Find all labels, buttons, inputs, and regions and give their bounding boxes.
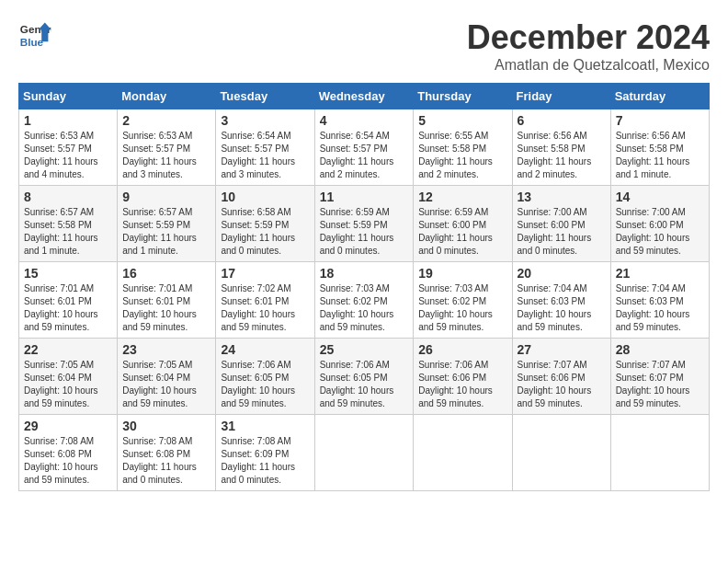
month-title: December 2024 <box>467 18 710 57</box>
calendar-week-4: 22Sunrise: 7:05 AMSunset: 6:04 PMDayligh… <box>19 339 710 415</box>
col-thursday: Thursday <box>414 84 512 109</box>
calendar-cell-7: 7Sunrise: 6:56 AMSunset: 5:58 PMDaylight… <box>610 109 709 186</box>
calendar-cell-18: 18Sunrise: 7:03 AMSunset: 6:02 PMDayligh… <box>314 262 414 339</box>
calendar-cell-19: 19Sunrise: 7:03 AMSunset: 6:02 PMDayligh… <box>414 262 512 339</box>
calendar-cell-14: 14Sunrise: 7:00 AMSunset: 6:00 PMDayligh… <box>610 186 709 262</box>
calendar-cell-27: 27Sunrise: 7:07 AMSunset: 6:06 PMDayligh… <box>512 339 610 415</box>
calendar-cell-empty <box>512 415 610 491</box>
calendar-cell-15: 15Sunrise: 7:01 AMSunset: 6:01 PMDayligh… <box>19 262 118 339</box>
calendar-cell-9: 9Sunrise: 6:57 AMSunset: 5:59 PMDaylight… <box>118 186 216 262</box>
calendar-cell-20: 20Sunrise: 7:04 AMSunset: 6:03 PMDayligh… <box>512 262 610 339</box>
calendar-cell-1: 1Sunrise: 6:53 AMSunset: 5:57 PMDaylight… <box>19 109 118 186</box>
col-sunday: Sunday <box>19 84 118 109</box>
calendar-cell-12: 12Sunrise: 6:59 AMSunset: 6:00 PMDayligh… <box>414 186 512 262</box>
col-saturday: Saturday <box>610 84 709 109</box>
calendar-week-5: 29Sunrise: 7:08 AMSunset: 6:08 PMDayligh… <box>19 415 710 491</box>
calendar-week-2: 8Sunrise: 6:57 AMSunset: 5:58 PMDaylight… <box>19 186 710 262</box>
calendar-cell-17: 17Sunrise: 7:02 AMSunset: 6:01 PMDayligh… <box>216 262 314 339</box>
col-monday: Monday <box>118 84 216 109</box>
col-friday: Friday <box>512 84 610 109</box>
calendar-cell-2: 2Sunrise: 6:53 AMSunset: 5:57 PMDaylight… <box>118 109 216 186</box>
svg-text:Blue: Blue <box>20 36 44 48</box>
page-header: General Blue December 2024 Amatlan de Qu… <box>18 18 710 74</box>
calendar-cell-21: 21Sunrise: 7:04 AMSunset: 6:03 PMDayligh… <box>610 262 709 339</box>
calendar-week-1: 1Sunrise: 6:53 AMSunset: 5:57 PMDaylight… <box>19 109 710 186</box>
calendar-cell-26: 26Sunrise: 7:06 AMSunset: 6:06 PMDayligh… <box>414 339 512 415</box>
calendar-cell-24: 24Sunrise: 7:06 AMSunset: 6:05 PMDayligh… <box>216 339 314 415</box>
calendar-table: Sunday Monday Tuesday Wednesday Thursday… <box>18 83 710 491</box>
calendar-cell-13: 13Sunrise: 7:00 AMSunset: 6:00 PMDayligh… <box>512 186 610 262</box>
calendar-cell-16: 16Sunrise: 7:01 AMSunset: 6:01 PMDayligh… <box>118 262 216 339</box>
calendar-cell-28: 28Sunrise: 7:07 AMSunset: 6:07 PMDayligh… <box>610 339 709 415</box>
calendar-cell-11: 11Sunrise: 6:59 AMSunset: 5:59 PMDayligh… <box>314 186 414 262</box>
calendar-cell-22: 22Sunrise: 7:05 AMSunset: 6:04 PMDayligh… <box>19 339 118 415</box>
calendar-cell-5: 5Sunrise: 6:55 AMSunset: 5:58 PMDaylight… <box>414 109 512 186</box>
calendar-cell-empty <box>414 415 512 491</box>
calendar-cell-10: 10Sunrise: 6:58 AMSunset: 5:59 PMDayligh… <box>216 186 314 262</box>
calendar-cell-31: 31Sunrise: 7:08 AMSunset: 6:09 PMDayligh… <box>216 415 314 491</box>
col-tuesday: Tuesday <box>216 84 314 109</box>
calendar-week-3: 15Sunrise: 7:01 AMSunset: 6:01 PMDayligh… <box>19 262 710 339</box>
calendar-cell-25: 25Sunrise: 7:06 AMSunset: 6:05 PMDayligh… <box>314 339 414 415</box>
calendar-cell-4: 4Sunrise: 6:54 AMSunset: 5:57 PMDaylight… <box>314 109 414 186</box>
location-subtitle: Amatlan de Quetzalcoatl, Mexico <box>467 57 710 74</box>
calendar-cell-empty <box>314 415 414 491</box>
title-area: December 2024 Amatlan de Quetzalcoatl, M… <box>467 18 710 74</box>
calendar-header-row: Sunday Monday Tuesday Wednesday Thursday… <box>19 84 710 109</box>
col-wednesday: Wednesday <box>314 84 414 109</box>
logo: General Blue <box>18 18 51 52</box>
calendar-cell-29: 29Sunrise: 7:08 AMSunset: 6:08 PMDayligh… <box>19 415 118 491</box>
calendar-cell-3: 3Sunrise: 6:54 AMSunset: 5:57 PMDaylight… <box>216 109 314 186</box>
calendar-cell-30: 30Sunrise: 7:08 AMSunset: 6:08 PMDayligh… <box>118 415 216 491</box>
calendar-cell-23: 23Sunrise: 7:05 AMSunset: 6:04 PMDayligh… <box>118 339 216 415</box>
logo-icon: General Blue <box>18 18 51 52</box>
calendar-cell-empty <box>610 415 709 491</box>
calendar-cell-6: 6Sunrise: 6:56 AMSunset: 5:58 PMDaylight… <box>512 109 610 186</box>
calendar-cell-8: 8Sunrise: 6:57 AMSunset: 5:58 PMDaylight… <box>19 186 118 262</box>
